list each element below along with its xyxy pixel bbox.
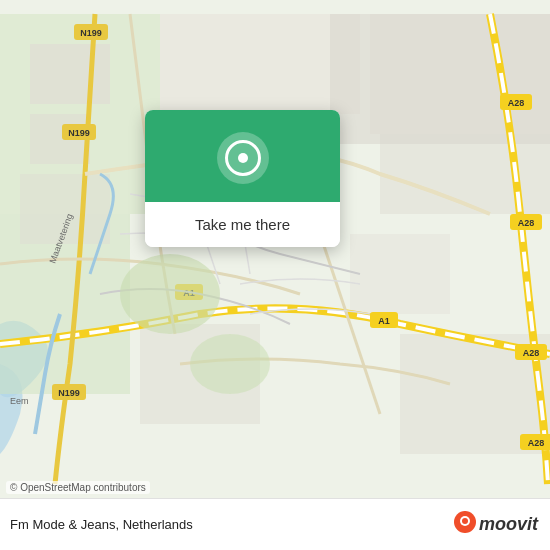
- popup-green-header: [145, 110, 340, 202]
- svg-text:A1: A1: [378, 316, 390, 326]
- svg-point-34: [120, 254, 220, 334]
- pin-icon-inner: [225, 140, 261, 176]
- map-attribution: © OpenStreetMap contributors: [6, 481, 150, 494]
- moovit-text: moovit: [479, 514, 538, 535]
- svg-text:N199: N199: [58, 388, 80, 398]
- svg-text:Eem: Eem: [10, 396, 29, 406]
- svg-text:A28: A28: [508, 98, 525, 108]
- svg-rect-3: [30, 44, 110, 104]
- svg-rect-13: [330, 14, 550, 144]
- take-me-there-button[interactable]: Take me there: [145, 202, 340, 247]
- pin-dot: [238, 153, 248, 163]
- location-title: Fm Mode & Jeans, Netherlands: [10, 517, 193, 532]
- pin-icon-outer: [217, 132, 269, 184]
- bottom-left-info: Fm Mode & Jeans, Netherlands: [10, 517, 193, 532]
- bottom-bar: Fm Mode & Jeans, Netherlands moovit: [0, 498, 550, 550]
- svg-point-35: [190, 334, 270, 394]
- svg-text:N199: N199: [80, 28, 102, 38]
- map-svg: A1 A1 A28 A28 A28 A28 N199 N199 N199: [0, 0, 550, 498]
- svg-text:A28: A28: [518, 218, 535, 228]
- svg-rect-11: [350, 234, 450, 314]
- app-container: A1 A1 A28 A28 A28 A28 N199 N199 N199: [0, 0, 550, 550]
- popup-card: Take me there: [145, 110, 340, 247]
- svg-text:A28: A28: [528, 438, 545, 448]
- svg-text:N199: N199: [68, 128, 90, 138]
- moovit-logo-icon: [453, 509, 477, 541]
- moovit-logo: moovit: [453, 509, 538, 541]
- svg-point-38: [462, 518, 468, 524]
- svg-text:A28: A28: [523, 348, 540, 358]
- map-area[interactable]: A1 A1 A28 A28 A28 A28 N199 N199 N199: [0, 0, 550, 498]
